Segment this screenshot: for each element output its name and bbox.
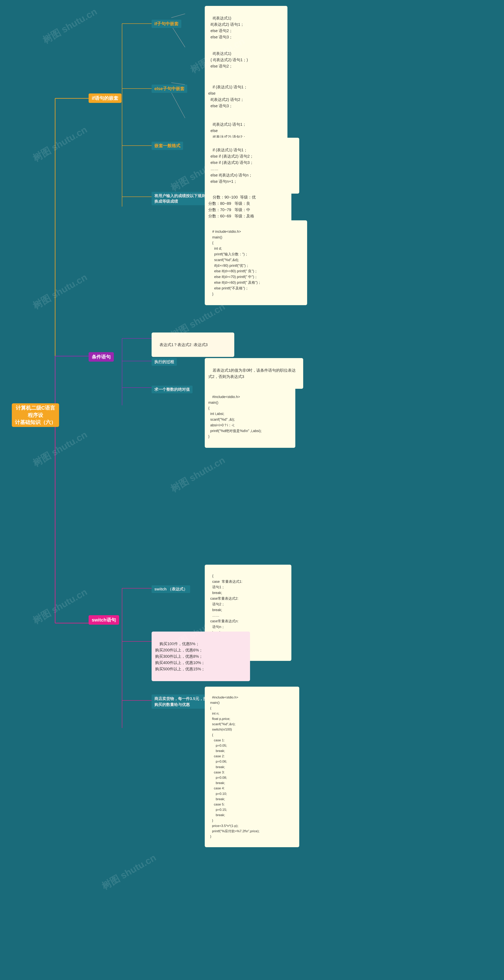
mind-map: 计算机二级C语言程序设 计基础知识（六） if语句的嵌套 if子句中嵌套 els… [0,0,504,980]
central-node: 计算机二级C语言程序设 计基础知识（六） [12,403,59,427]
watermark-3: 树图 shutu.cn [30,123,89,165]
switch-expr-label: switch （表达式） [152,585,190,593]
if-child-code2: if(表达式1) { if(表达式2) 语句1；) else 语句2； [205,41,287,78]
general-format-label: 嵌套一般格式 [152,142,183,150]
watermark-1: 树图 shutu.cn [40,5,99,47]
else-child-code1: if (表达式1) 语句1；else if(表达式2) 语句2； else 语句… [205,75,287,118]
shop-code: #include<stdio.h> main() { int n; float … [205,687,299,847]
expr-condition-box: 表达式1？表达式2 :表达式3 [152,332,234,357]
exec-process-label: 执行的过程 [152,358,177,366]
if-branch-label: if语句的嵌套 [89,94,121,103]
abs-code: #include<stdio.h>main(){ int i,absi; sca… [205,386,295,448]
else-child-label: else子句中嵌套 [152,84,187,93]
abs-label: 求一个整数的绝对值 [152,386,193,393]
svg-line-11 [171,14,185,18]
watermark-7: 树图 shutu.cn [30,428,89,469]
svg-line-12 [171,25,185,47]
if-child-label: if子句中嵌套 [152,20,181,28]
watermark-9: 树图 shutu.cn [30,586,89,627]
watermark-5: 树图 shutu.cn [30,271,89,312]
exec-desc: 若表达式1的值为非0时，该条件语句的职位表达式2，否则为表达式3 [205,358,303,389]
discount-desc: 购买100件，优惠5%；购买200件以上，优惠6%；购买300件以上，优惠8%；… [152,632,250,681]
grade-code: # include<stdio.h> main() { int d; print… [205,220,307,305]
condition-branch-label: 条件语句 [89,352,114,362]
svg-line-14 [171,92,185,118]
watermark-8: 树图 shutu.cn [168,454,227,495]
watermark-11: 树图 shutu.cn [99,851,158,892]
central-label: 计算机二级C语言程序设 计基础知识（六） [14,404,57,426]
switch-branch-label: switch语句 [89,615,119,625]
shop-label: 商店卖货物，每一件3.5元，按购买的数量给与优惠 [152,695,211,709]
svg-line-13 [171,83,185,84]
